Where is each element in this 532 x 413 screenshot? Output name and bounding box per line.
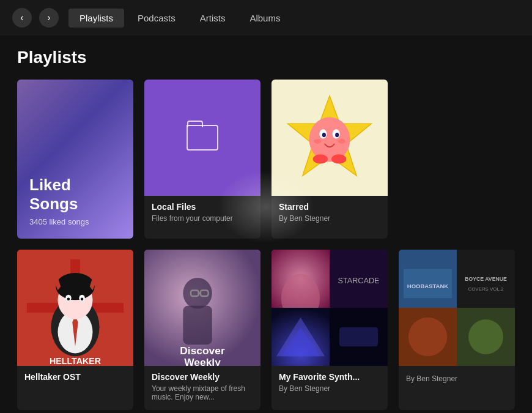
synth-title: My Favorite Synth... [279,372,380,382]
tab-podcasts[interactable]: Podcasts [127,9,187,28]
best-q1: HOOBASTANK [399,250,457,308]
synth-q2-svg: STARCADE [330,250,388,308]
synth-q4-svg [330,308,388,366]
playlists-page: Playlists Liked Songs 3405 liked songs L… [0,35,532,413]
svg-point-47 [408,318,447,356]
page-title: Playlists [17,48,515,67]
svg-point-3 [322,133,326,138]
svg-point-20 [67,297,70,300]
discover-info: Discover Weekly Your weekly mixtape of f… [144,366,260,410]
svg-text:HOOBASTANK: HOOBASTANK [407,283,449,289]
back-button[interactable]: ‹ [12,8,32,28]
synth-q1 [272,250,330,308]
svg-text:BOYCE AVENUE: BOYCE AVENUE [465,276,507,282]
tab-albums[interactable]: Albums [238,9,291,28]
card-best[interactable]: HOOBASTANK BOYCE AVENUE COVERS VOL.2 [399,250,515,410]
best-q4-svg [457,308,515,366]
discover-title: Discover Weekly [152,372,253,382]
synth-info: My Favorite Synth... By Ben Stegner [272,366,388,401]
nav-bar: ‹ › Playlists Podcasts Artists Albums [0,0,532,35]
nav-tabs: Playlists Podcasts Artists Albums [68,9,291,28]
svg-text:HELLTAKER: HELLTAKER [50,356,101,366]
helltaker-info: Helltaker OST [17,366,133,390]
helltaker-art: HELLTAKER [17,250,133,366]
back-icon: ‹ [20,12,23,23]
folder-icon [187,125,218,151]
best-q3-svg [399,308,457,366]
card-synth[interactable]: STARCADE [272,250,388,410]
card-helltaker[interactable]: HELLTAKER Helltaker OST [17,250,133,410]
svg-point-7 [338,139,345,144]
best-q2-svg: BOYCE AVENUE COVERS VOL.2 [457,250,515,308]
playlists-grid: Liked Songs 3405 liked songs Local Files… [17,80,515,410]
svg-rect-25 [183,306,212,344]
synth-q3 [272,308,330,366]
svg-point-17 [56,273,94,300]
synth-thumb: STARCADE [272,250,388,366]
best-q2: BOYCE AVENUE COVERS VOL.2 [457,250,515,308]
synth-q2: STARCADE [330,250,388,308]
synth-q1-svg [272,250,330,308]
kirby-image [283,91,376,184]
discover-thumb: Discover Weekly [144,250,260,366]
liked-title: Liked Songs [29,176,121,214]
forward-button[interactable]: › [39,8,59,28]
svg-text:COVERS VOL.2: COVERS VOL.2 [468,286,504,292]
discover-svg: Discover Weekly [144,250,260,366]
discover-art: Discover Weekly [144,250,260,366]
best-info: By Ben Stegner [399,366,515,392]
grid-placeholder [399,80,515,239]
best-thumb: HOOBASTANK BOYCE AVENUE COVERS VOL.2 [399,250,515,366]
synth-q3-svg [272,308,330,366]
svg-text:STARCADE: STARCADE [338,277,380,285]
svg-point-1 [309,117,350,162]
svg-text:Discover: Discover [180,344,225,357]
synth-desc: By Ben Stegner [279,384,380,393]
svg-point-9 [331,154,346,163]
best-q3 [399,308,457,366]
helltaker-svg: HELLTAKER [17,250,133,366]
svg-rect-39 [339,327,378,347]
liked-subtitle: 3405 liked songs [29,217,121,226]
svg-point-49 [468,319,503,354]
discover-desc: Your weekly mixtape of fresh music. Enjo… [152,384,253,401]
forward-icon: › [47,12,50,23]
card-discover-weekly[interactable]: Discover Weekly Discover Weekly Your wee… [144,250,260,410]
best-q1-svg: HOOBASTANK [399,250,457,308]
helltaker-thumb: HELLTAKER [17,250,133,366]
svg-point-6 [314,139,321,144]
liked-glow [217,170,315,244]
card-liked-songs[interactable]: Liked Songs 3405 liked songs [17,80,133,239]
tab-playlists[interactable]: Playlists [68,9,124,28]
tab-artists[interactable]: Artists [189,9,237,28]
svg-point-5 [335,133,339,138]
best-q4 [457,308,515,366]
helltaker-title: Helltaker OST [24,372,126,382]
svg-point-8 [313,154,328,163]
svg-text:Weekly: Weekly [184,356,221,366]
synth-q4 [330,308,388,366]
svg-point-21 [81,297,84,300]
best-desc: By Ben Stegner [406,374,508,383]
